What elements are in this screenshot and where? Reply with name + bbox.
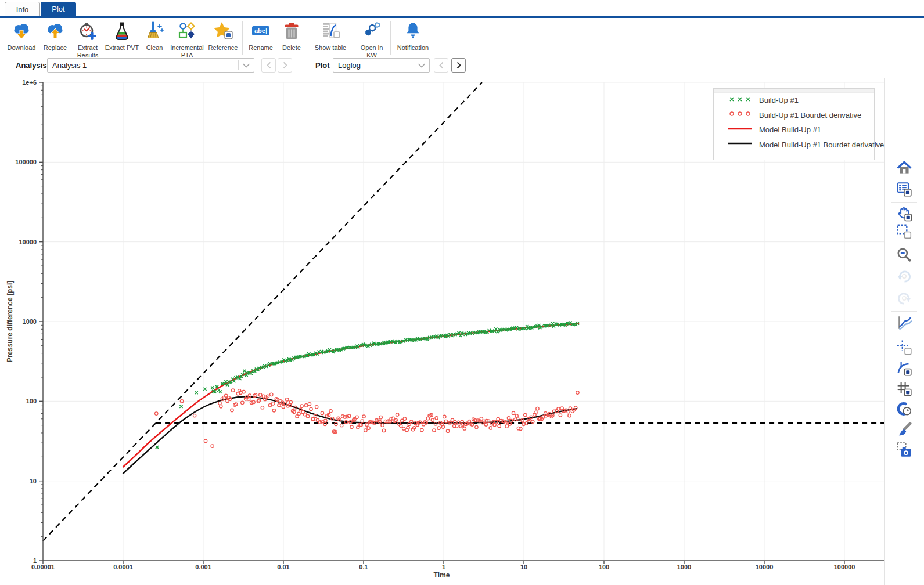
open-in-kw-button[interactable]: Open in KW <box>355 19 389 59</box>
grid-button[interactable] <box>894 380 914 400</box>
redo-zoom-icon <box>896 290 912 309</box>
analysis-plot-controls: Analysis Analysis 1 Plot Loglog <box>0 57 924 75</box>
home-button[interactable] <box>894 160 914 179</box>
undo-zoom-icon <box>896 268 912 287</box>
star-badge-icon <box>213 21 233 43</box>
zoom-box-button[interactable] <box>894 223 914 243</box>
toolbar-label: Download <box>8 44 36 52</box>
brush-icon <box>896 421 912 440</box>
time-window-icon <box>896 401 912 420</box>
extract-pvt-button[interactable]: Extract PVT <box>103 19 141 52</box>
plot-type-select-value: Loglog <box>333 61 414 70</box>
analysis-label: Analysis <box>16 61 46 70</box>
legend-item[interactable]: Build-Up #1 <box>714 93 874 108</box>
toolbar-label: Replace <box>44 44 67 52</box>
rename-button[interactable]: abc| Rename <box>245 19 277 52</box>
plot-type-select[interactable]: Loglog <box>333 58 430 73</box>
line-swatch <box>728 125 753 135</box>
svg-text:0.0001: 0.0001 <box>113 564 133 570</box>
chevron-down-icon[interactable] <box>414 63 429 68</box>
home-icon <box>896 160 912 179</box>
legend-item[interactable]: Model Build-Up #1 Bourdet derivative <box>714 138 874 153</box>
plot-legend[interactable]: Build-Up #1Build-Up #1 Bourdet derivativ… <box>713 88 875 160</box>
analysis-select-value: Analysis 1 <box>48 61 238 70</box>
stopwatch-plus-icon <box>77 21 98 43</box>
toolbar-separator <box>390 21 391 55</box>
table-curve-icon <box>320 21 341 43</box>
svg-text:10: 10 <box>520 564 527 570</box>
svg-text:1000: 1000 <box>677 564 691 570</box>
crosshair-button[interactable] <box>894 339 914 359</box>
analysis-next-button[interactable] <box>278 58 292 73</box>
snapshot-camera-icon <box>896 442 912 460</box>
toolbar-label: Clean <box>146 44 163 52</box>
toolbar-label: Show table <box>315 44 346 52</box>
incremental-pta-button[interactable]: Incremental PTA <box>168 19 206 59</box>
replace-cloud-icon <box>45 21 66 43</box>
svg-text:10: 10 <box>30 478 37 485</box>
grid-icon <box>896 381 912 399</box>
extract-results-button[interactable]: Extract Results <box>72 19 103 59</box>
crosshair-icon <box>896 340 912 358</box>
toolbar-separator <box>308 21 308 55</box>
legend-grip[interactable] <box>714 89 874 93</box>
chevron-down-icon[interactable] <box>239 63 254 68</box>
curves-button[interactable] <box>894 314 914 334</box>
svg-text:Pressure difference [psi]: Pressure difference [psi] <box>6 281 14 363</box>
undo-zoom-button[interactable] <box>894 268 914 287</box>
toolbar-separator <box>353 21 353 55</box>
flowchart-icon <box>177 21 197 43</box>
svg-text:1: 1 <box>442 564 445 570</box>
delete-button[interactable]: Delete <box>277 19 306 52</box>
plot-label: Plot <box>315 61 330 70</box>
tangent-icon <box>896 360 912 379</box>
svg-text:10000: 10000 <box>756 564 774 570</box>
legend-item[interactable]: Build-Up #1 Bourdet derivative <box>714 108 874 123</box>
plot-prev-button[interactable] <box>434 58 448 73</box>
show-table-button[interactable]: Show table <box>310 19 351 52</box>
analysis-prev-button[interactable] <box>261 58 276 73</box>
broom-icon <box>144 21 165 43</box>
tab-bar: Info Plot <box>0 0 924 16</box>
svg-text:100: 100 <box>599 564 609 570</box>
reference-button[interactable]: Reference <box>206 19 240 52</box>
tab-info[interactable]: Info <box>5 2 40 16</box>
svg-text:0.01: 0.01 <box>277 564 289 570</box>
legend-item-label: Model Build-Up #1 Bourdet derivative <box>753 140 884 149</box>
toolbar-label: Delete <box>282 44 301 52</box>
sidebar-separator <box>891 202 917 203</box>
time-window-button[interactable] <box>894 400 914 420</box>
format-brush-button[interactable] <box>894 421 914 440</box>
analysis-select[interactable]: Analysis 1 <box>47 58 254 73</box>
clean-button[interactable]: Clean <box>141 19 168 52</box>
pan-button[interactable] <box>894 205 914 225</box>
circle-marker-swatch <box>728 110 753 120</box>
svg-text:1000: 1000 <box>23 318 37 325</box>
x-marker-swatch <box>728 95 753 106</box>
plot-next-button[interactable] <box>451 58 466 73</box>
tab-plot[interactable]: Plot <box>41 2 76 16</box>
tangent-button[interactable] <box>894 360 914 380</box>
chart-properties-button[interactable] <box>894 180 914 200</box>
main-toolbar: Download Replace Extract Results Extract… <box>0 19 924 57</box>
snapshot-button[interactable] <box>894 441 914 461</box>
legend-item-label: Build-Up #1 <box>753 96 799 104</box>
zoom-out-button[interactable] <box>894 246 914 266</box>
pan-hand-icon <box>896 205 912 224</box>
chart-properties-icon <box>896 181 912 200</box>
toolbar-separator <box>242 21 243 55</box>
svg-text:0.001: 0.001 <box>195 564 211 570</box>
svg-text:10000: 10000 <box>19 239 37 245</box>
svg-text:100: 100 <box>26 398 37 405</box>
redo-zoom-button[interactable] <box>894 290 914 309</box>
download-button[interactable]: Download <box>5 19 38 52</box>
notification-button[interactable]: Notification <box>393 19 433 52</box>
zoom-box-icon <box>896 223 912 242</box>
toolbar-label: Notification <box>397 44 429 52</box>
pta-application-window: { "tabs": { "info": "Info", "plot": "Plo… <box>0 0 924 585</box>
svg-text:Time: Time <box>434 571 450 579</box>
svg-text:0.1: 0.1 <box>359 564 368 570</box>
abc-box-icon: abc| <box>250 21 271 43</box>
replace-button[interactable]: Replace <box>38 19 72 52</box>
legend-item[interactable]: Model Build-Up #1 <box>714 122 874 138</box>
